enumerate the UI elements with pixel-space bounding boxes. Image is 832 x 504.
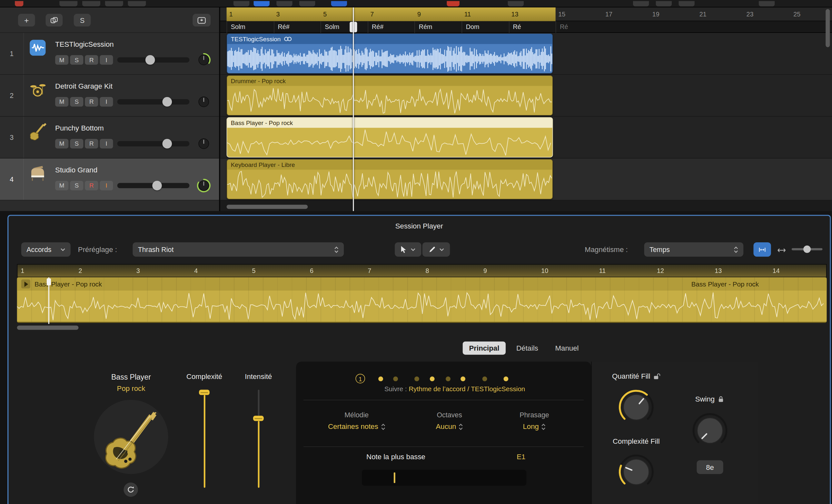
track-r-button[interactable]: R xyxy=(85,97,98,107)
volume-slider-thumb[interactable] xyxy=(146,55,155,65)
volume-slider[interactable] xyxy=(118,183,190,188)
toolbar-button-fragment[interactable] xyxy=(82,1,100,6)
param-value[interactable]: Certaines notes xyxy=(328,422,385,430)
session-horizontal-scrollbar[interactable] xyxy=(17,326,79,330)
track-s-button[interactable]: S xyxy=(70,181,83,191)
toolbar-button-fragment[interactable] xyxy=(254,1,269,6)
volume-slider-thumb[interactable] xyxy=(162,97,172,107)
toolbar-button-fragment[interactable] xyxy=(331,1,347,6)
track-header-2[interactable]: 2Detroit Garage KitMSRI xyxy=(0,75,219,117)
track-s-button[interactable]: S xyxy=(70,55,83,65)
pattern-dot[interactable] xyxy=(378,376,383,381)
quantity-fill-knob[interactable] xyxy=(613,384,660,431)
track-r-button[interactable]: R xyxy=(85,139,98,148)
toolbar-button-fragment[interactable] xyxy=(59,1,77,6)
track-header-1[interactable]: 1TESTlogicSessionMSRI xyxy=(0,33,219,75)
toolbar-button-fragment[interactable] xyxy=(633,1,649,6)
chord-cell[interactable]: Ré xyxy=(509,21,556,33)
pattern-dot[interactable] xyxy=(430,376,435,381)
volume-slider-thumb[interactable] xyxy=(152,181,162,191)
pattern-index[interactable]: 1 xyxy=(355,374,365,384)
toolbar-button-fragment[interactable] xyxy=(299,1,315,6)
swing-division-button[interactable]: 8e xyxy=(697,460,723,474)
region-play-button[interactable] xyxy=(21,279,30,288)
chord-cell[interactable]: Ré xyxy=(556,21,603,33)
pattern-dot[interactable] xyxy=(414,376,419,381)
track-m-button[interactable]: M xyxy=(55,181,68,191)
toolbar-button-fragment[interactable] xyxy=(447,1,459,6)
volume-slider[interactable] xyxy=(118,99,190,104)
volume-slider[interactable] xyxy=(118,57,190,62)
toolbar-button-fragment[interactable] xyxy=(233,1,249,6)
region-2[interactable]: Drummer - Pop rock xyxy=(227,76,553,116)
playhead[interactable] xyxy=(353,7,354,211)
track-m-button[interactable]: M xyxy=(55,139,68,148)
intensity-slider[interactable] xyxy=(253,390,264,487)
tab-manuel[interactable]: Manuel xyxy=(549,342,585,355)
volume-slider-thumb[interactable] xyxy=(162,139,172,148)
toolbar-button-fragment[interactable] xyxy=(508,1,524,6)
complexity-fill-knob[interactable] xyxy=(613,448,660,496)
session-ruler[interactable]: 1234567891011121314 xyxy=(17,264,827,277)
zoom-slider-thumb[interactable] xyxy=(803,246,811,253)
pan-knob[interactable] xyxy=(197,137,211,151)
refresh-button[interactable] xyxy=(124,482,138,497)
toolbar-button-fragment[interactable] xyxy=(276,1,292,6)
chord-cell[interactable]: Solm xyxy=(227,21,274,33)
complexity-slider[interactable] xyxy=(199,390,210,487)
toolbar-button-fragment[interactable] xyxy=(656,1,672,6)
horizontal-scrollbar[interactable] xyxy=(227,205,308,209)
pattern-dot[interactable] xyxy=(446,376,450,381)
slider-thumb[interactable] xyxy=(253,416,264,421)
pointer-tool-dropdown[interactable] xyxy=(395,242,421,256)
session-playhead-handle[interactable] xyxy=(47,278,51,285)
track-r-button[interactable]: R xyxy=(85,55,98,65)
toolbar-button-fragment[interactable] xyxy=(759,1,775,6)
track-m-button[interactable]: M xyxy=(55,55,68,65)
track-s-button[interactable]: S xyxy=(70,97,83,107)
slider-thumb[interactable] xyxy=(199,390,210,395)
toolbar-button-fragment[interactable] xyxy=(105,1,123,6)
lowest-note-slider[interactable] xyxy=(362,470,526,486)
toolbar-button-fragment[interactable] xyxy=(128,1,146,6)
track-i-button[interactable]: I xyxy=(100,139,113,148)
chord-cell[interactable]: Ré# xyxy=(368,21,415,33)
pattern-dot[interactable] xyxy=(393,376,398,381)
param-value[interactable]: Aucun xyxy=(436,422,463,430)
track-lane-2[interactable]: Drummer - Pop rock xyxy=(220,75,832,117)
region-1[interactable]: TESTlogicSession xyxy=(227,33,553,74)
pattern-dot[interactable] xyxy=(483,376,487,381)
chord-cell[interactable]: Dom xyxy=(462,21,509,33)
chord-cell[interactable]: Rém xyxy=(415,21,462,33)
chord-cell[interactable]: Solm xyxy=(320,21,368,33)
tab-détails[interactable]: Détails xyxy=(510,342,544,355)
bar-ruler[interactable]: 135791113151719212325 xyxy=(220,7,832,21)
param-value[interactable]: Long xyxy=(520,422,549,430)
pan-knob[interactable] xyxy=(197,179,211,193)
pan-knob[interactable] xyxy=(197,53,211,67)
auto-fit-zoom-button[interactable] xyxy=(753,242,771,256)
track-r-button[interactable]: R xyxy=(85,181,98,191)
toolbar-button-fragment[interactable] xyxy=(15,1,23,6)
magnetism-dropdown[interactable]: Temps xyxy=(644,242,744,256)
region-4[interactable]: Keyboard Player - Libre xyxy=(227,159,553,199)
chord-cell[interactable]: Ré# xyxy=(274,21,320,33)
pencil-tool-dropdown[interactable] xyxy=(422,242,450,256)
track-i-button[interactable]: I xyxy=(100,97,113,107)
track-lane-3[interactable]: Bass Player - Pop rock xyxy=(220,117,832,159)
track-i-button[interactable]: I xyxy=(100,181,113,191)
track-lane-1[interactable]: TESTlogicSession xyxy=(220,33,832,75)
region-3[interactable]: Bass Player - Pop rock xyxy=(227,117,553,158)
swing-knob[interactable] xyxy=(686,407,734,454)
pattern-dot[interactable] xyxy=(461,376,465,381)
follow-setting[interactable]: Suivre : Rythme de l’accord / TESTlogicS… xyxy=(384,385,525,393)
preset-dropdown[interactable]: Thrash Riot xyxy=(133,242,344,256)
pan-knob[interactable] xyxy=(197,95,211,109)
track-header-3[interactable]: 3Punchy BottomMSRI xyxy=(0,117,219,159)
track-m-button[interactable]: M xyxy=(55,97,68,107)
session-region[interactable]: Bass Player - Pop rock Bass Player - Pop… xyxy=(17,277,827,323)
track-s-button[interactable]: S xyxy=(70,139,83,148)
lowest-note-marker[interactable] xyxy=(394,472,395,483)
toolbar-button-fragment[interactable] xyxy=(678,1,694,6)
vertical-scrollbar[interactable] xyxy=(826,9,830,47)
